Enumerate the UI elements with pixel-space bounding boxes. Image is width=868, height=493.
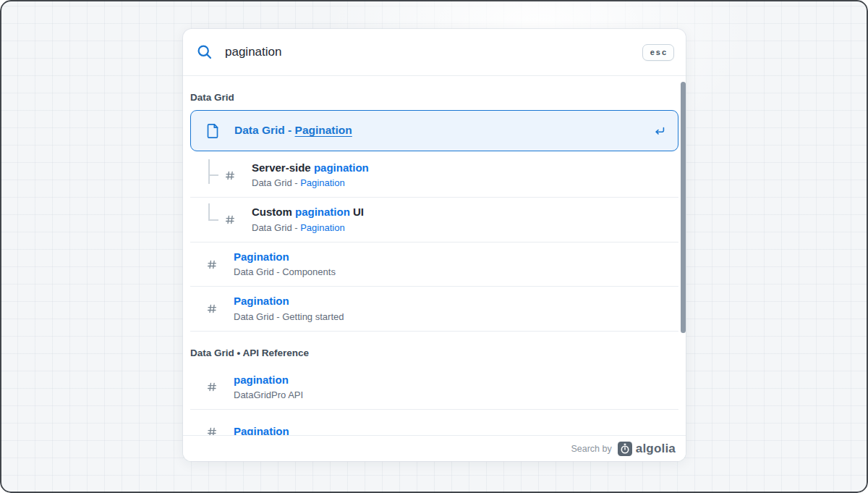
hash-icon <box>206 426 218 435</box>
hash-icon <box>224 214 236 226</box>
results-list: Data GridData Grid - PaginationServer-si… <box>183 76 686 435</box>
hash-icon <box>206 303 218 315</box>
result-path: Data Grid - Pagination <box>252 222 668 235</box>
search-header: esc <box>183 29 686 76</box>
document-icon <box>205 123 220 139</box>
enter-icon <box>652 124 668 138</box>
result-path: Data Grid - Pagination <box>252 177 668 190</box>
algolia-wordmark: algolia <box>636 442 676 456</box>
result-section: Data GridData Grid - PaginationServer-si… <box>190 92 678 332</box>
result-path: Data Grid - Components <box>234 266 668 279</box>
result-title: Data Grid - Pagination <box>234 123 652 138</box>
result-title: Pagination <box>234 250 668 264</box>
result-title: Server-side pagination <box>252 161 668 175</box>
result-title: Custom pagination UI <box>252 205 668 219</box>
result-path: DataGridPro API <box>234 389 668 402</box>
search-input[interactable] <box>225 45 642 59</box>
tree-connector <box>206 161 224 190</box>
search-result[interactable]: PaginationData Grid - Getting started <box>190 287 678 331</box>
search-result[interactable]: Server-side paginationData Grid - Pagina… <box>190 153 678 198</box>
hash-icon <box>206 258 218 271</box>
algolia-logo[interactable]: algolia <box>618 442 676 456</box>
page-background: esc Data GridData Grid - PaginationServe… <box>0 0 868 493</box>
scrollbar[interactable] <box>681 82 686 333</box>
search-footer: Search by algolia <box>183 435 686 461</box>
search-result[interactable]: Custom pagination UIData Grid - Paginati… <box>190 198 678 242</box>
esc-key[interactable]: esc <box>642 44 674 61</box>
algolia-mark-icon <box>618 442 632 456</box>
search-result[interactable]: PaginationData Grid - Components <box>190 243 678 287</box>
result-title: Pagination <box>234 294 668 308</box>
section-label: Data Grid • API Reference <box>190 347 678 358</box>
search-result[interactable]: paginationDataGridPro API <box>190 366 678 410</box>
hash-icon <box>224 169 236 182</box>
search-result[interactable]: Data Grid - Pagination <box>190 110 678 151</box>
result-title: Pagination <box>234 424 668 435</box>
search-by-label: Search by <box>571 444 611 454</box>
tree-connector <box>206 205 224 234</box>
search-result[interactable]: Pagination <box>190 410 678 435</box>
section-label: Data Grid <box>190 92 678 103</box>
hash-icon <box>206 381 218 393</box>
result-path: Data Grid - Getting started <box>234 311 668 324</box>
search-modal: esc Data GridData Grid - PaginationServe… <box>183 29 686 461</box>
search-icon <box>196 43 213 61</box>
result-title: pagination <box>234 373 668 387</box>
result-section: Data Grid • API ReferencepaginationDataG… <box>190 347 678 435</box>
